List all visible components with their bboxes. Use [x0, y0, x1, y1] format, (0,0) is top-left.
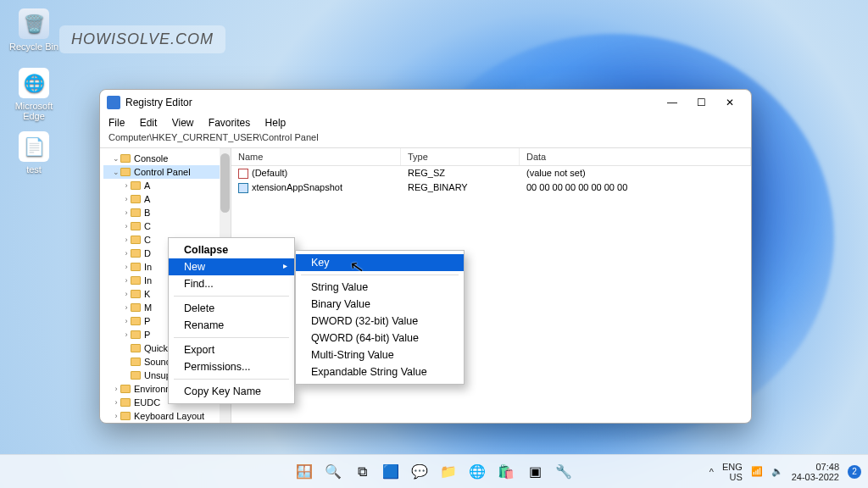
ctx-rename[interactable]: Rename [169, 317, 294, 334]
search-button[interactable]: 🔍 [321, 460, 345, 484]
tree-item[interactable]: B [144, 208, 150, 218]
binary-icon [238, 183, 248, 193]
col-data[interactable]: Data [520, 148, 751, 165]
tree-item[interactable]: A [144, 180, 150, 191]
tree-item[interactable]: P [144, 330, 150, 340]
separator [301, 274, 459, 275]
value-row[interactable]: xtensionAppSnapshot REG_BINARY 00 00 00 … [231, 180, 751, 195]
notification-badge[interactable]: 2 [848, 465, 861, 479]
start-button[interactable]: 🪟 [292, 460, 316, 484]
separator [174, 296, 289, 297]
desktop-icon-test[interactable]: 📄 test [8, 131, 59, 175]
widgets-button[interactable]: 🟦 [379, 460, 403, 484]
tree-item[interactable]: D [144, 248, 151, 258]
ctx-new-string[interactable]: String Value [296, 279, 464, 296]
menubar: File Edit View Favorites Help [100, 115, 751, 130]
language-indicator[interactable]: ENGUS [722, 462, 743, 482]
tree-item[interactable]: M [144, 302, 152, 313]
ctx-new-expandstring[interactable]: Expandable String Value [296, 363, 464, 380]
tray-chevron-icon[interactable]: ^ [709, 467, 714, 477]
time-text: 07:48 [815, 462, 839, 472]
app-icon [107, 96, 120, 109]
tree-item[interactable]: Console [134, 153, 168, 164]
tree-item[interactable]: K [144, 289, 150, 299]
desktop-icon-edge[interactable]: 🌐 Microsoft Edge [8, 68, 59, 121]
date-text: 24-03-2022 [792, 472, 839, 482]
tree-item[interactable]: C [144, 221, 151, 231]
regedit-button[interactable]: 🔧 [552, 460, 576, 484]
terminal-button[interactable]: ▣ [523, 460, 547, 484]
minimize-button[interactable]: — [658, 92, 687, 113]
address-bar[interactable]: Computer\HKEY_CURRENT_USER\Control Panel [100, 130, 751, 148]
col-name[interactable]: Name [231, 148, 401, 165]
column-headers[interactable]: Name Type Data [231, 148, 751, 166]
taskbar-center: 🪟 🔍 ⧉ 🟦 💬 📁 🌐 🛍️ ▣ 🔧 [292, 460, 576, 484]
volume-icon[interactable]: 🔈 [771, 466, 783, 477]
ctx-export[interactable]: Export [169, 341, 294, 358]
desktop-icon-label: Microsoft Edge [8, 101, 59, 121]
tree-item[interactable]: P [144, 316, 150, 326]
ctx-new-qword[interactable]: QWORD (64-bit) Value [296, 330, 464, 347]
maximize-button[interactable]: ☐ [687, 92, 715, 113]
menu-help[interactable]: Help [265, 117, 287, 129]
ctx-new[interactable]: New [169, 258, 294, 275]
ctx-copy-key-name[interactable]: Copy Key Name [169, 383, 294, 400]
ctx-new-multistring[interactable]: Multi-String Value [296, 347, 464, 363]
ctx-collapse[interactable]: Collapse [169, 241, 294, 258]
menu-favorites[interactable]: Favorites [209, 117, 250, 129]
tree-item[interactable]: Keyboard Layout [134, 411, 204, 421]
tree-item[interactable]: C [144, 235, 151, 245]
clock[interactable]: 07:48 24-03-2022 [792, 462, 839, 482]
desktop-icon-label: test [8, 164, 59, 175]
value-row[interactable]: (Default) REG_SZ (value not set) [231, 166, 751, 180]
ctx-new-dword[interactable]: DWORD (32-bit) Value [296, 313, 464, 330]
window-title: Registry Editor [125, 97, 192, 108]
tree-item[interactable]: EUDC [134, 397, 160, 408]
col-type[interactable]: Type [401, 148, 520, 165]
watermark: HOWISOLVE.COM [59, 25, 225, 53]
ctx-delete[interactable]: Delete [169, 300, 294, 317]
context-submenu-new: Key String Value Binary Value DWORD (32-… [295, 250, 465, 385]
scrollbar-thumb[interactable] [220, 153, 230, 213]
desktop-icon-label: Recycle Bin [8, 42, 59, 52]
explorer-button[interactable]: 📁 [437, 460, 460, 484]
ctx-permissions[interactable]: Permissions... [169, 358, 294, 375]
menu-edit[interactable]: Edit [140, 117, 158, 129]
titlebar[interactable]: Registry Editor — ☐ ✕ [100, 90, 751, 115]
ctx-find[interactable]: Find... [169, 275, 294, 292]
close-button[interactable]: ✕ [715, 92, 744, 113]
store-button[interactable]: 🛍️ [494, 460, 518, 484]
context-menu: Collapse New Find... Delete Rename Expor… [168, 237, 295, 404]
tree-item[interactable]: In [144, 262, 152, 272]
system-tray[interactable]: ^ ENGUS 📶 🔈 07:48 24-03-2022 2 [709, 462, 861, 482]
chat-button[interactable]: 💬 [408, 460, 431, 484]
tree-item-selected[interactable]: Control Panel [134, 167, 191, 177]
task-view-button[interactable]: ⧉ [350, 460, 374, 484]
network-icon[interactable]: 📶 [751, 466, 763, 477]
edge-icon: 🌐 [19, 68, 49, 98]
separator [174, 337, 289, 338]
tree-item[interactable]: In [144, 275, 152, 286]
tree-item[interactable]: A [144, 194, 150, 204]
ctx-new-key[interactable]: Key [296, 254, 464, 271]
taskbar[interactable]: 🪟 🔍 ⧉ 🟦 💬 📁 🌐 🛍️ ▣ 🔧 ^ ENGUS 📶 🔈 07:48 2… [0, 454, 868, 488]
ctx-new-binary[interactable]: Binary Value [296, 296, 464, 313]
menu-file[interactable]: File [108, 117, 125, 129]
desktop-icon-recycle-bin[interactable]: 🗑️ Recycle Bin [8, 8, 59, 52]
menu-view[interactable]: View [172, 117, 194, 129]
file-icon: 📄 [19, 131, 49, 162]
string-icon [238, 169, 248, 179]
edge-button[interactable]: 🌐 [465, 460, 489, 484]
separator [174, 379, 289, 380]
recycle-bin-icon: 🗑️ [19, 8, 49, 39]
